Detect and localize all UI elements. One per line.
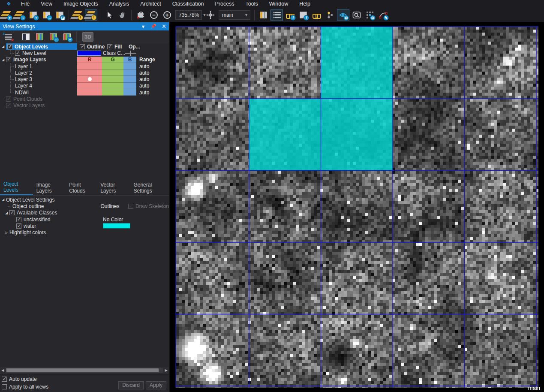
level-color-swatch[interactable]	[77, 51, 101, 56]
three-d-button[interactable]: 3D	[82, 32, 93, 42]
edit-level-icon[interactable]: + ✕	[3, 31, 15, 42]
mixer-cell-r[interactable]	[77, 83, 102, 89]
menu-window[interactable]: Window	[264, 0, 294, 7]
mixer-cell-r[interactable]	[77, 63, 102, 69]
water-class-color-swatch[interactable]	[103, 223, 130, 229]
scene-canvas[interactable]	[170, 22, 544, 392]
save-project-icon[interactable]: ▪	[14, 9, 26, 21]
apply-button[interactable]: Apply	[146, 381, 166, 389]
mixer-cell-r-active[interactable]	[77, 76, 102, 82]
view-settings-title-bar[interactable]: View Settings ▼ 📌 ✕	[0, 22, 169, 30]
mixer-cell-g[interactable]	[102, 69, 123, 76]
menu-analysis[interactable]: Analysis	[104, 0, 135, 7]
map-view[interactable]: main	[170, 22, 544, 392]
edit-polygons-icon[interactable]: ✎	[377, 9, 389, 21]
water-checkbox[interactable]	[16, 223, 21, 229]
single-layer-view-icon[interactable]	[20, 31, 32, 42]
menu-tools[interactable]: Tools	[240, 0, 264, 7]
open-map-icon[interactable]: ◪	[54, 9, 66, 21]
menu-help[interactable]: Help	[294, 0, 316, 7]
load-image-layer-icon[interactable]	[72, 9, 84, 21]
previous-mix-icon[interactable]: −	[47, 31, 59, 42]
mixer-cell-g[interactable]	[102, 63, 123, 69]
opacity-slider[interactable]	[125, 51, 136, 56]
tree-row-image-layers[interactable]: Image Layers R G B Range	[0, 57, 169, 63]
panel-info-icon[interactable]: i	[297, 9, 310, 21]
add-map-icon[interactable]: +	[27, 9, 39, 21]
mixer-cell-r[interactable]	[77, 69, 102, 76]
panel-menu-icon[interactable]: ▼	[141, 24, 145, 29]
unclassified-checkbox[interactable]	[16, 217, 21, 222]
menu-image-objects[interactable]: Image Objects	[58, 0, 104, 7]
view-selector-combo[interactable]: main▼	[219, 10, 250, 20]
mixer-cell-b[interactable]	[123, 89, 136, 96]
expander-icon[interactable]	[3, 231, 9, 235]
tree-row-vector-layers[interactable]: Vector Layers	[0, 103, 169, 109]
import-map-icon[interactable]: →	[40, 9, 53, 21]
menu-file[interactable]: File	[15, 0, 35, 7]
fill-checkbox[interactable]	[107, 44, 112, 49]
expander-icon[interactable]	[0, 198, 6, 202]
tree-row-unclassified[interactable]: unclassified No Color	[0, 216, 169, 223]
tree-row-highlight-colors[interactable]: Hightlight colors	[0, 229, 169, 235]
class-hierarchy-icon[interactable]	[324, 9, 336, 21]
close-icon[interactable]: ✕	[162, 23, 166, 30]
tab-object-levels[interactable]: Object Levels	[0, 180, 33, 195]
zoom-out-icon[interactable]: −	[147, 9, 160, 21]
tree-row-available-classes[interactable]: Available Classes	[0, 210, 169, 216]
tab-image-layers[interactable]: Image Layers	[33, 181, 66, 195]
load-layer-alias-icon[interactable]	[85, 9, 97, 21]
menu-view[interactable]: View	[35, 0, 58, 7]
horizontal-scrollbar[interactable]: ◀ ▶	[0, 367, 169, 374]
auto-update-checkbox[interactable]	[2, 377, 7, 382]
magnifier-window-icon[interactable]	[350, 9, 363, 21]
window-layout-icon[interactable]	[257, 9, 270, 21]
zoom-level-combo[interactable]: 735.78%▼	[175, 10, 202, 20]
pin-icon[interactable]: 📌	[150, 24, 156, 29]
pan-hand-icon[interactable]	[116, 9, 129, 21]
tree-row-object-level-settings[interactable]: Object Level Settings	[0, 196, 169, 203]
scrollbar-thumb[interactable]	[6, 368, 159, 372]
tree-row-object-outline[interactable]: Object outline Outlines Draw Skeleton	[0, 203, 169, 209]
tree-row-ndwi[interactable]: NDWI auto	[0, 89, 169, 96]
tab-general-settings[interactable]: General Settings	[130, 181, 169, 195]
tree-row-object-levels[interactable]: Object Levels Outline Fill Op...	[0, 43, 169, 50]
create-new-project-icon[interactable]: +	[0, 9, 13, 21]
tree-row-layer-4[interactable]: Layer 4 auto	[0, 83, 169, 89]
mixer-cell-b[interactable]	[123, 63, 136, 69]
visualization-settings-icon[interactable]: ⚙	[337, 9, 349, 21]
navigate-crosshair-icon[interactable]	[204, 9, 216, 21]
mixer-cell-b[interactable]	[123, 76, 136, 82]
available-classes-checkbox[interactable]	[9, 210, 15, 215]
tree-row-layer-3[interactable]: Layer 3 auto	[0, 76, 169, 82]
tree-row-new-level[interactable]: New Level Class C...	[0, 50, 169, 56]
scroll-left-icon[interactable]: ◀	[0, 368, 6, 372]
tree-row-layer-1[interactable]: Layer 1 auto	[0, 63, 169, 69]
apply-all-checkbox[interactable]	[2, 384, 7, 389]
outline-checkbox[interactable]	[80, 44, 85, 49]
zoom-in-icon[interactable]: +	[161, 9, 173, 21]
image-object-information-icon[interactable]	[270, 9, 283, 21]
zoom-area-icon[interactable]	[134, 9, 147, 21]
mixer-cell-b[interactable]	[123, 69, 136, 76]
tree-row-layer-2[interactable]: Layer 2 auto	[0, 69, 169, 76]
menu-architect[interactable]: Architect	[135, 0, 167, 7]
tab-point-clouds[interactable]: Point Clouds	[66, 181, 97, 195]
expander-icon[interactable]	[0, 58, 6, 62]
menu-classification[interactable]: Classification	[167, 0, 210, 7]
menu-process[interactable]: Process	[209, 0, 240, 7]
mix-layers-view-icon[interactable]	[33, 31, 45, 42]
image-layers-checkbox[interactable]	[6, 57, 11, 62]
expander-icon[interactable]	[3, 211, 9, 215]
mixer-cell-g[interactable]	[102, 83, 123, 89]
show-features-icon[interactable]	[310, 9, 323, 21]
scroll-right-icon[interactable]: ▶	[163, 368, 169, 372]
view-legend-info-icon[interactable]: i	[284, 9, 296, 21]
tab-vector-layers[interactable]: Vector Layers	[97, 181, 130, 195]
mixer-cell-b[interactable]	[123, 83, 136, 89]
mixer-cell-g[interactable]	[102, 89, 123, 96]
new-level-checkbox[interactable]	[15, 51, 20, 56]
expander-icon[interactable]	[0, 45, 6, 48]
discard-button[interactable]: Discard	[118, 381, 144, 389]
object-levels-checkbox[interactable]	[7, 44, 12, 49]
